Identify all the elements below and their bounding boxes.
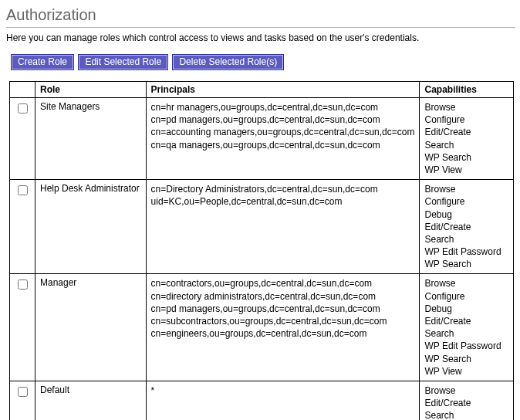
capability-line: Edit/Create <box>424 315 508 327</box>
capability-line: WP Search <box>424 151 508 164</box>
row-select-checkbox[interactable] <box>18 279 28 290</box>
capability-line: Debug <box>424 303 508 315</box>
capability-line: WP Edit Password <box>424 246 508 258</box>
capability-line: WP Edit Password <box>424 340 508 352</box>
principal-line: cn=accounting managers,ou=groups,dc=cent… <box>151 126 415 138</box>
capability-line: Browse <box>424 384 508 397</box>
capability-line: Search <box>424 409 508 420</box>
col-header-select <box>10 82 35 98</box>
capability-line: Search <box>424 233 508 246</box>
principal-line: uid=KC,ou=People,dc=central,dc=sun,dc=co… <box>151 195 415 208</box>
col-header-principals: Principals <box>146 82 420 98</box>
principal-line: cn=Directory Administrators,dc=central,d… <box>151 183 415 195</box>
principal-line: cn=pd managers,ou=groups,dc=central,dc=s… <box>151 113 415 126</box>
row-select-cell <box>10 98 35 180</box>
principal-line: cn=qa managers,ou=groups,dc=central,dc=s… <box>151 139 415 151</box>
capabilities-cell: BrowseConfigureDebugEdit/CreateSearchWP … <box>420 274 514 381</box>
capability-line: WP View <box>424 164 508 176</box>
capability-line: Browse <box>424 277 508 290</box>
toolbar: Create Role Edit Selected Role Delete Se… <box>11 54 515 70</box>
principals-cell: * <box>146 381 420 420</box>
row-select-cell <box>10 274 35 381</box>
table-header-row: Role Principals Capabilities <box>10 82 514 98</box>
capability-line: Configure <box>424 113 508 126</box>
capability-line: Browse <box>424 101 508 113</box>
role-name-cell: Site Managers <box>35 98 147 180</box>
roles-table: Role Principals Capabilities Site Manage… <box>9 81 514 420</box>
capability-line: Search <box>424 139 508 151</box>
role-name-cell: Default <box>35 381 147 420</box>
page-title: Authorization <box>6 6 515 24</box>
principals-cell: cn=Directory Administrators,dc=central,d… <box>146 180 420 274</box>
table-row: Help Desk Administratorcn=Directory Admi… <box>10 180 514 274</box>
capabilities-cell: BrowseConfigureEdit/CreateSearchWP Searc… <box>420 98 514 180</box>
principals-cell: cn=contractors,ou=groups,dc=central,dc=s… <box>146 274 420 381</box>
principal-line: * <box>151 384 415 397</box>
header-rule <box>6 27 515 28</box>
principal-line: cn=contractors,ou=groups,dc=central,dc=s… <box>151 277 415 290</box>
row-select-cell <box>10 180 35 274</box>
capability-line: Search <box>424 327 508 340</box>
capability-line: Edit/Create <box>424 126 508 138</box>
col-header-role: Role <box>35 82 147 98</box>
principal-line: cn=directory administrators,dc=central,d… <box>151 290 415 303</box>
principal-line: cn=engineers,ou=groups,dc=central,dc=sun… <box>151 327 415 340</box>
role-name-cell: Manager <box>35 274 147 381</box>
capability-line: Edit/Create <box>424 221 508 233</box>
capability-line: WP Search <box>424 353 508 365</box>
principal-line: cn=pd managers,ou=groups,dc=central,dc=s… <box>151 303 415 315</box>
table-row: Default*BrowseEdit/CreateSearchWP Search <box>10 381 514 420</box>
capability-line: Configure <box>424 195 508 208</box>
page-description: Here you can manage roles which control … <box>6 32 515 43</box>
role-name-cell: Help Desk Administrator <box>35 180 147 274</box>
col-header-capabilities: Capabilities <box>420 82 514 98</box>
row-select-checkbox[interactable] <box>18 185 28 195</box>
capability-line: Debug <box>424 208 508 221</box>
edit-selected-role-button[interactable]: Edit Selected Role <box>78 54 168 70</box>
capability-line: WP View <box>424 365 508 378</box>
capability-line: Configure <box>424 290 508 303</box>
capability-line: WP Search <box>424 258 508 270</box>
table-row: Managercn=contractors,ou=groups,dc=centr… <box>10 274 514 381</box>
capabilities-cell: BrowseConfigureDebugEdit/CreateSearchWP … <box>420 180 514 274</box>
row-select-checkbox[interactable] <box>18 387 28 397</box>
principal-line: cn=subcontractors,ou=groups,dc=central,d… <box>151 315 415 327</box>
principals-cell: cn=hr managers,ou=groups,dc=central,dc=s… <box>146 98 420 180</box>
capability-line: Browse <box>424 183 508 195</box>
capabilities-cell: BrowseEdit/CreateSearchWP Search <box>420 381 514 420</box>
capability-line: Edit/Create <box>424 397 508 409</box>
principal-line: cn=hr managers,ou=groups,dc=central,dc=s… <box>151 101 415 113</box>
delete-selected-roles-button[interactable]: Delete Selected Role(s) <box>172 54 284 70</box>
create-role-button[interactable]: Create Role <box>11 54 74 70</box>
row-select-cell <box>10 381 35 420</box>
table-row: Site Managerscn=hr managers,ou=groups,dc… <box>10 98 514 180</box>
row-select-checkbox[interactable] <box>18 103 28 113</box>
